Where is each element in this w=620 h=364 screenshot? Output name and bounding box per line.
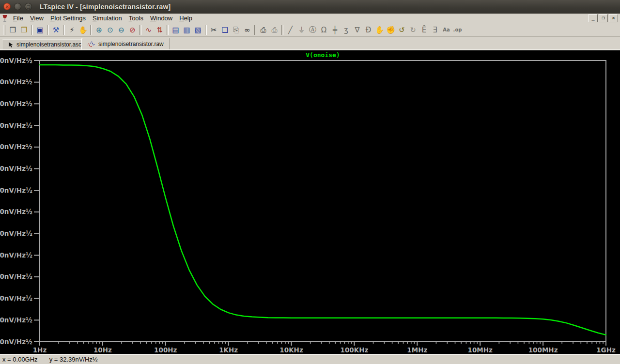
toolbar-separator <box>90 25 92 35</box>
ltspice-window: ✕ – ▢ LTspice IV - [simplenoisetransisto… <box>0 0 620 364</box>
move-icon[interactable]: ✋ <box>374 24 385 36</box>
status-bar: x = 0.00GHz y = 32.39nV/Hz½ <box>0 354 620 364</box>
menu-help[interactable]: Help <box>176 14 196 22</box>
control-panel-icon[interactable]: ⚒ <box>50 24 62 36</box>
find-icon[interactable]: ∞ <box>242 24 253 36</box>
y-tick-label: 40nV/Hz½ <box>0 251 32 259</box>
component-icon[interactable]: Ð <box>363 24 374 36</box>
spice-directive-icon[interactable]: .op <box>452 24 463 36</box>
x-tick-label: 1GHz <box>596 346 616 354</box>
y-tick-label: 50nV/Hz½ <box>0 229 32 237</box>
window-maximize-icon[interactable]: ▢ <box>25 3 32 10</box>
mirror-icon[interactable]: Ǝ <box>430 24 441 36</box>
zoom-back-icon[interactable]: ⊙ <box>105 24 116 36</box>
print-icon[interactable]: ⎙ <box>258 24 269 36</box>
tile-horizontal-icon[interactable]: ▤ <box>170 24 181 36</box>
plot-settings-icon[interactable]: ⇅ <box>154 24 165 36</box>
wire-icon[interactable]: ╱ <box>285 24 296 36</box>
copy-icon[interactable]: ❑ <box>219 24 231 36</box>
zoom-in-icon[interactable]: ⊕ <box>93 24 105 36</box>
mdi-close-icon[interactable]: ✕ <box>609 14 618 22</box>
noise-trace[interactable] <box>40 65 606 335</box>
y-tick-label: 30nV/Hz½ <box>0 273 32 280</box>
label-net-icon[interactable]: Ⓐ <box>307 24 318 36</box>
y-tick-label: 60nV/Hz½ <box>0 208 32 215</box>
toolbar-separator <box>205 25 207 35</box>
title-bar: ✕ – ▢ LTspice IV - [simplenoisetransisto… <box>0 0 620 14</box>
zoom-out-icon[interactable]: ⊖ <box>116 24 127 36</box>
drag-icon[interactable]: ✊ <box>385 24 396 36</box>
new-plot-icon[interactable]: ❒ <box>7 24 18 36</box>
menu-plot-settings[interactable]: Plot Settings <box>47 14 89 22</box>
rotate-icon[interactable]: Ȇ <box>418 24 430 36</box>
y-tick-label: 90nV/Hz½ <box>0 143 32 151</box>
x-tick-label: 1MHz <box>407 346 427 354</box>
zoom-full-extents-icon[interactable]: ⊘ <box>127 24 138 36</box>
y-tick-label: 0nV/Hz½ <box>0 338 32 346</box>
waveform-icon <box>88 41 95 47</box>
menu-window[interactable]: Window <box>147 14 176 22</box>
menu-view[interactable]: View <box>27 14 47 22</box>
y-tick-label: 110nV/Hz½ <box>0 100 32 107</box>
autorange-y-icon[interactable]: ∿ <box>143 24 154 36</box>
y-tick-label: 130nV/Hz½ <box>0 57 32 64</box>
menu-file[interactable]: File <box>10 14 27 22</box>
halt-icon[interactable]: ✋ <box>78 24 89 36</box>
tab-label: simplenoisetransistor.raw <box>98 41 164 47</box>
x-tick-label: 100MHz <box>528 346 558 354</box>
redo-icon[interactable]: ↻ <box>407 24 418 36</box>
diode-icon[interactable]: ∇ <box>352 24 363 36</box>
cut-icon[interactable]: ✂ <box>208 24 219 36</box>
cascade-windows-icon[interactable]: ▧ <box>192 24 203 36</box>
x-tick-label: 10MHz <box>468 346 493 354</box>
toolbar-separator <box>254 25 256 35</box>
paste-icon[interactable]: ⎘ <box>231 24 242 36</box>
toolbar: ❒❐▣⚒⚡✋⊕⊙⊖⊘∿⇅▤▥▧✂❑⎘∞⎙⎙╱⏚ⒶΩ╪ʒ∇Ð✋✊↺↻ȆƎAa.op <box>0 23 620 37</box>
y-tick-label: 20nV/Hz½ <box>0 294 32 302</box>
save-icon[interactable]: ▣ <box>34 24 46 36</box>
ground-icon[interactable]: ⏚ <box>296 24 307 36</box>
toolbar-separator <box>140 25 141 35</box>
resistor-icon[interactable]: Ω <box>318 24 329 36</box>
undo-icon[interactable]: ↺ <box>396 24 407 36</box>
text-icon[interactable]: Aa <box>441 24 452 36</box>
y-tick-label: 100nV/Hz½ <box>0 121 32 129</box>
x-tick-label: 1Hz <box>33 346 47 354</box>
window-minimize-icon[interactable]: – <box>14 3 21 10</box>
toolbar-separator <box>281 25 283 35</box>
capacitor-icon[interactable]: ╪ <box>329 24 341 36</box>
y-tick-label: 120nV/Hz½ <box>0 78 32 86</box>
inductor-icon[interactable]: ʒ <box>341 24 352 36</box>
print-preview-icon[interactable]: ⎙ <box>269 24 280 36</box>
open-file-icon[interactable]: ❐ <box>18 24 30 36</box>
mdi-minimize-icon[interactable]: _ <box>589 14 598 22</box>
toolbar-separator <box>63 25 65 35</box>
menu-simulation[interactable]: Simulation <box>89 14 125 22</box>
x-tick-label: 100KHz <box>341 346 369 354</box>
tab-schematic[interactable]: simplenoisetransistor.asc <box>2 39 88 49</box>
x-tick-label: 10Hz <box>93 346 112 354</box>
plot-border <box>40 61 606 342</box>
x-tick-label: 10KHz <box>279 346 303 354</box>
cursor-y-readout: y = 32.39nV/Hz½ <box>49 356 98 363</box>
schematic-cursor-icon <box>8 42 14 48</box>
menu-tools[interactable]: Tools <box>125 14 147 22</box>
waveform-viewer[interactable]: V(onoise) 0nV/Hz½10nV/Hz½20nV/Hz½30nV/Hz… <box>0 50 620 354</box>
toolbar-separator <box>167 25 169 35</box>
mdi-restore-icon[interactable]: ❐ <box>599 14 608 22</box>
mdi-window-controls: _ ❐ ✕ <box>589 14 620 22</box>
run-icon[interactable]: ⚡ <box>66 24 78 36</box>
toolbar-grip <box>3 25 5 35</box>
y-tick-label: 10nV/Hz½ <box>0 316 32 324</box>
tile-vertical-icon[interactable]: ▥ <box>181 24 192 36</box>
tab-waveform[interactable]: simplenoisetransistor.raw <box>81 38 170 49</box>
noise-plot[interactable]: 0nV/Hz½10nV/Hz½20nV/Hz½30nV/Hz½40nV/Hz½5… <box>0 50 620 354</box>
window-close-icon[interactable]: ✕ <box>3 3 11 10</box>
tab-label: simplenoisetransistor.asc <box>16 41 81 48</box>
toolbar-separator <box>31 25 33 35</box>
x-tick-label: 1KHz <box>219 346 238 354</box>
toolbar-separator <box>47 25 49 35</box>
y-tick-label: 70nV/Hz½ <box>0 186 32 194</box>
window-title: LTspice IV - [simplenoisetransistor.raw] <box>40 3 170 11</box>
menu-bar: FileViewPlot SettingsSimulationToolsWind… <box>0 14 620 23</box>
